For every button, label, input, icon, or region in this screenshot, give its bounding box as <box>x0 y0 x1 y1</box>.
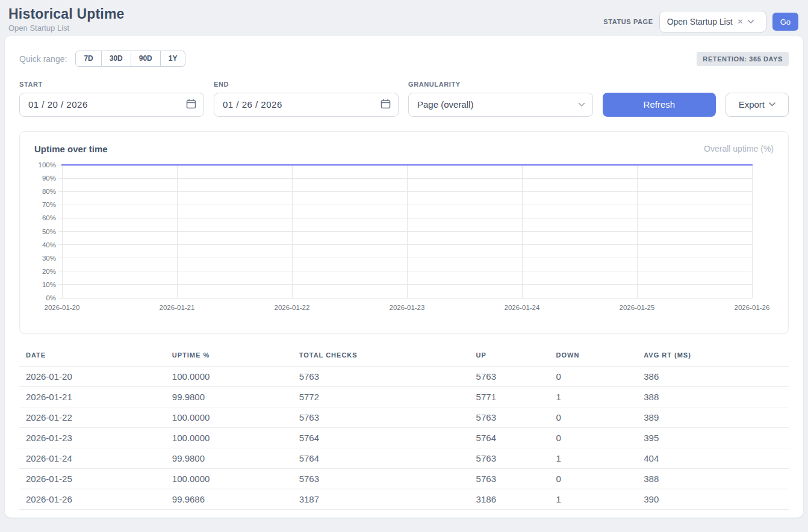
table-header: DATEUPTIME %TOTAL CHECKSUPDOWNAVG RT (MS… <box>19 348 789 367</box>
table-cell: 5763 <box>470 448 550 468</box>
table-cell: 99.9686 <box>166 489 293 509</box>
svg-text:2026-01-21: 2026-01-21 <box>160 304 195 311</box>
table-body: 2026-01-20100.00005763576303862026-01-21… <box>19 366 789 509</box>
chevron-down-icon <box>747 19 754 24</box>
table-cell: 100.0000 <box>166 407 293 427</box>
table-cell: 404 <box>637 448 789 468</box>
table-cell: 1 <box>550 489 638 509</box>
chevron-down-icon <box>578 102 585 107</box>
svg-text:2026-01-22: 2026-01-22 <box>275 304 310 311</box>
table-cell: 2026-01-21 <box>19 386 166 407</box>
svg-text:30%: 30% <box>42 255 56 262</box>
status-page-label: STATUS PAGE <box>603 18 653 25</box>
table-cell: 99.9800 <box>166 386 293 407</box>
table-cell: 5763 <box>293 468 470 489</box>
table-cell: 5771 <box>470 386 550 407</box>
table-cell: 2026-01-20 <box>19 366 166 386</box>
refresh-button[interactable]: Refresh <box>603 93 716 117</box>
quick-range-7d[interactable]: 7D <box>75 51 101 66</box>
start-label: START <box>19 81 204 88</box>
header-controls: STATUS PAGE Open Startup List ✕ Go <box>603 11 798 32</box>
table-cell: 100.0000 <box>166 468 293 489</box>
table-cell: 386 <box>637 366 789 386</box>
table-cell: 395 <box>637 427 789 448</box>
start-date-value: 01 / 20 / 2026 <box>28 99 88 110</box>
table-cell: 0 <box>550 427 638 448</box>
header-titles: Historical Uptime Open Startup List <box>8 6 125 32</box>
table-cell: 5764 <box>470 427 550 448</box>
chart-legend: Overall uptime (%) <box>704 144 774 153</box>
svg-text:100%: 100% <box>39 161 56 169</box>
clear-icon[interactable]: ✕ <box>738 17 744 26</box>
quick-range-1y[interactable]: 1Y <box>161 51 186 66</box>
quick-range-90d[interactable]: 90D <box>131 51 161 66</box>
table-cell: 5763 <box>293 366 470 386</box>
chart-header: Uptime over time Overall uptime (%) <box>34 144 774 154</box>
table-cell: 2026-01-23 <box>19 427 166 448</box>
table-row: 2026-01-2699.9686318731861390 <box>19 489 789 509</box>
table-cell: 0 <box>550 366 638 386</box>
granularity-field-wrap: GRANULARITY Page (overall) <box>408 81 593 117</box>
export-button[interactable]: Export <box>726 93 789 117</box>
calendar-icon[interactable] <box>186 99 196 111</box>
retention-badge: RETENTION: 365 DAYS <box>697 52 789 66</box>
svg-text:2026-01-23: 2026-01-23 <box>390 304 425 311</box>
quick-range-30d[interactable]: 30D <box>102 51 131 66</box>
column-header: UP <box>470 348 550 367</box>
start-date-input[interactable]: 01 / 20 / 2026 <box>19 93 204 117</box>
table-cell: 2026-01-24 <box>19 448 166 468</box>
table-row: 2026-01-2199.9800577257711388 <box>19 386 789 407</box>
table-cell: 5772 <box>293 386 470 407</box>
table-cell: 1 <box>550 448 638 468</box>
svg-text:10%: 10% <box>42 281 56 288</box>
svg-text:2026-01-24: 2026-01-24 <box>505 304 540 311</box>
svg-text:80%: 80% <box>42 188 56 195</box>
table-cell: 3186 <box>470 489 550 509</box>
table-cell: 390 <box>637 489 789 509</box>
column-header: UPTIME % <box>166 348 293 367</box>
svg-text:60%: 60% <box>42 214 56 221</box>
end-date-input[interactable]: 01 / 26 / 2026 <box>214 93 399 117</box>
svg-text:50%: 50% <box>42 227 56 235</box>
quick-range-group: 7D30D90D1Y <box>75 51 185 66</box>
status-page-select[interactable]: Open Startup List ✕ <box>659 11 766 32</box>
table-cell: 0 <box>550 407 638 427</box>
granularity-label: GRANULARITY <box>408 81 593 88</box>
table-cell: 388 <box>637 386 789 407</box>
svg-text:90%: 90% <box>42 175 56 182</box>
page-title: Historical Uptime <box>8 6 125 22</box>
table-cell: 389 <box>637 407 789 427</box>
table-cell: 0 <box>550 468 638 489</box>
start-date-field-wrap: START 01 / 20 / 2026 <box>19 81 204 117</box>
table-cell: 5764 <box>293 427 470 448</box>
table-cell: 3187 <box>293 489 470 509</box>
uptime-table: DATEUPTIME %TOTAL CHECKSUPDOWNAVG RT (MS… <box>19 348 789 510</box>
quick-range-label: Quick range: <box>19 54 67 64</box>
page-header: Historical Uptime Open Startup List STAT… <box>0 0 808 36</box>
table-row: 2026-01-2499.9800576457631404 <box>19 448 789 468</box>
end-date-value: 01 / 26 / 2026 <box>223 99 282 110</box>
filter-row: START 01 / 20 / 2026 END 01 / 26 / 2026 … <box>19 81 789 117</box>
uptime-chart-card: Uptime over time Overall uptime (%) 0%10… <box>19 131 789 333</box>
go-button[interactable]: Go <box>772 13 798 31</box>
column-header: TOTAL CHECKS <box>293 348 470 367</box>
table-cell: 100.0000 <box>166 366 293 386</box>
column-header: AVG RT (MS) <box>637 348 789 367</box>
table-row: 2026-01-22100.0000576357630389 <box>19 407 789 427</box>
table-cell: 388 <box>637 468 789 489</box>
table-cell: 5763 <box>293 407 470 427</box>
chevron-down-icon <box>769 102 775 107</box>
table-cell: 5763 <box>470 366 550 386</box>
svg-text:40%: 40% <box>42 241 56 248</box>
svg-text:20%: 20% <box>42 268 56 275</box>
chart-title: Uptime over time <box>34 144 108 154</box>
granularity-select[interactable]: Page (overall) <box>408 93 593 117</box>
table-cell: 1 <box>550 386 638 407</box>
svg-text:2026-01-20: 2026-01-20 <box>45 304 80 311</box>
table-row: 2026-01-25100.0000576357630388 <box>19 468 789 489</box>
table-cell: 5763 <box>470 468 550 489</box>
end-date-field-wrap: END 01 / 26 / 2026 <box>214 81 399 117</box>
calendar-icon[interactable] <box>381 99 391 111</box>
table-cell: 2026-01-22 <box>19 407 166 427</box>
status-page-value: Open Startup List <box>667 17 733 26</box>
